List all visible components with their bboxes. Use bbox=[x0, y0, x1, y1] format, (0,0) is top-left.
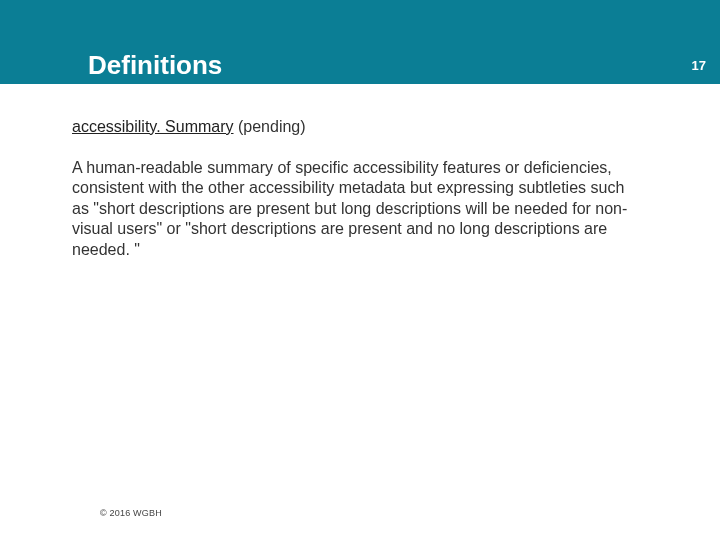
term-status: (pending) bbox=[238, 118, 306, 135]
page-number: 17 bbox=[692, 58, 706, 73]
term-name: accessibility. Summary bbox=[72, 118, 234, 135]
page-title: Definitions bbox=[88, 50, 222, 81]
footer-copyright: © 2016 WGBH bbox=[100, 508, 162, 518]
slide: Definitions 17 accessibility. Summary (p… bbox=[0, 0, 720, 540]
term-line: accessibility. Summary (pending) bbox=[72, 118, 306, 136]
definition-body: A human-readable summary of specific acc… bbox=[72, 158, 640, 260]
